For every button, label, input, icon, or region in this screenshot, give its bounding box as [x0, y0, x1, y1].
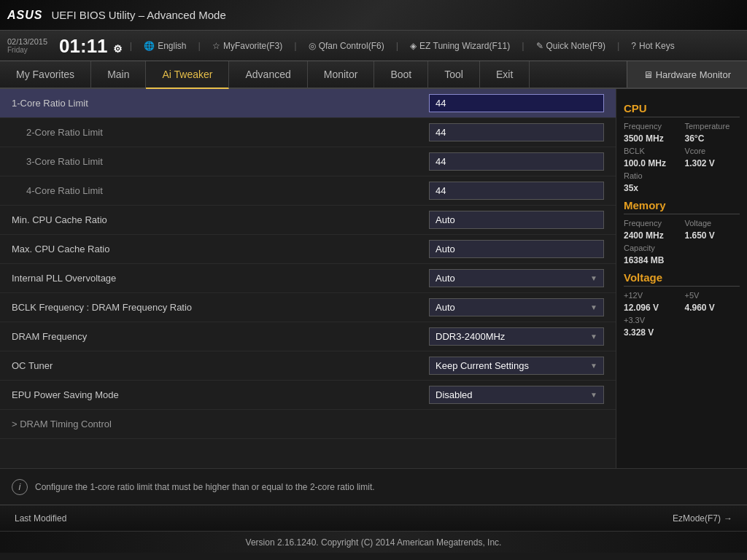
input-1-core-ratio[interactable]	[429, 94, 604, 112]
value-3-core-ratio[interactable]	[429, 152, 604, 171]
chevron-down-icon: ▼	[590, 391, 597, 399]
cpu-vcore-value: 1.302 V	[685, 158, 740, 168]
dropdown-btn-bclk-dram[interactable]: Auto ▼	[429, 298, 604, 316]
input-3-core-ratio[interactable]	[429, 152, 604, 171]
dropdown-value-bclk-dram: Auto	[436, 302, 455, 313]
dropdown-bclk-dram[interactable]: Auto ▼	[429, 298, 604, 316]
v12-label: +12V	[624, 291, 679, 300]
day: Friday	[7, 46, 47, 54]
qfan-icon: ◎	[309, 41, 316, 51]
setting-min-cpu-cache[interactable]: Min. CPU Cache Ratio	[0, 206, 616, 235]
mem-volt-value: 1.650 V	[685, 230, 740, 241]
setting-internal-pll[interactable]: Internal PLL Overvoltage Auto ▼	[0, 264, 616, 293]
dropdown-oc-tuner[interactable]: Keep Current Settings ▼	[429, 357, 604, 375]
dropdown-btn-internal-pll[interactable]: Auto ▼	[429, 269, 604, 287]
cpu-freq-value: 3500 MHz	[624, 133, 679, 144]
setting-3-core-ratio[interactable]: 3-Core Ratio Limit	[0, 147, 616, 176]
label-1-core-ratio: 1-Core Ratio Limit	[12, 98, 429, 109]
volt-section-title: Voltage	[624, 271, 740, 287]
toolbar: 02/13/2015 Friday 01:11 ⚙ | 🌐 English | …	[0, 31, 747, 61]
chevron-down-icon: ▼	[590, 362, 597, 370]
hardware-monitor-sidebar: CPU Frequency Temperature 3500 MHz 36°C …	[616, 89, 747, 468]
v5-label: +5V	[685, 291, 740, 300]
mem-metrics: Frequency Voltage 2400 MHz 1.650 V Capac…	[624, 219, 740, 265]
info-icon: i	[12, 479, 28, 495]
hotkey-icon: ?	[631, 41, 636, 51]
label-epu-power: EPU Power Saving Mode	[12, 389, 429, 400]
input-min-cpu-cache[interactable]	[429, 211, 604, 229]
bios-title: UEFI BIOS Utility – Advanced Mode	[51, 9, 225, 21]
myfavorite-btn[interactable]: ☆ MyFavorite(F3)	[208, 39, 287, 52]
star-icon: ☆	[212, 41, 220, 51]
myfav-label: MyFavorite(F3)	[223, 41, 282, 51]
cpu-vcore-label: Vcore	[685, 147, 740, 155]
cpu-ratio-value: 35x	[624, 183, 679, 193]
tab-my-favorites[interactable]: My Favorites	[0, 61, 91, 88]
last-modified-btn[interactable]: Last Modified	[15, 513, 66, 524]
tab-hardware-monitor[interactable]: 🖥 Hardware Monitor	[627, 61, 747, 88]
ez-mode-btn[interactable]: EzMode(F7) →	[673, 513, 732, 524]
setting-dram-timing[interactable]: > DRAM Timing Control	[0, 410, 616, 439]
value-max-cpu-cache[interactable]	[429, 240, 604, 258]
language-selector[interactable]: 🌐 English	[139, 39, 190, 52]
quick-note-btn[interactable]: ✎ Quick Note(F9)	[532, 39, 610, 52]
dropdown-btn-oc-tuner[interactable]: Keep Current Settings ▼	[429, 357, 604, 375]
cpu-bclk-value: 100.0 MHz	[624, 158, 679, 168]
volt-metrics: +12V +5V 12.096 V 4.960 V +3.3V 3.328 V	[624, 291, 740, 338]
info-text: Configure the 1-core ratio limit that mu…	[35, 482, 375, 492]
setting-max-cpu-cache[interactable]: Max. CPU Cache Ratio	[0, 235, 616, 264]
arrow-right-icon: →	[724, 513, 732, 524]
label-internal-pll: Internal PLL Overvoltage	[12, 273, 429, 284]
settings-panel: 1-Core Ratio Limit 2-Core Ratio Limit 3-…	[0, 89, 616, 468]
note-label: Quick Note(F9)	[546, 41, 605, 51]
setting-bclk-dram[interactable]: BCLK Frequency : DRAM Frequency Ratio Au…	[0, 293, 616, 322]
cpu-ratio-label: Ratio	[624, 171, 679, 180]
tab-tool[interactable]: Tool	[428, 61, 480, 88]
value-4-core-ratio[interactable]	[429, 182, 604, 200]
cpu-section-title: CPU	[624, 102, 740, 117]
setting-epu-power[interactable]: EPU Power Saving Mode Disabled ▼	[0, 381, 616, 410]
note-icon: ✎	[536, 41, 543, 51]
dropdown-internal-pll[interactable]: Auto ▼	[429, 269, 604, 287]
tab-ai-tweaker[interactable]: Ai Tweaker	[146, 61, 229, 89]
globe-icon: 🌐	[144, 41, 155, 51]
cpu-temp-label: Temperature	[685, 122, 740, 131]
tab-boot[interactable]: Boot	[374, 61, 428, 88]
settings-icon[interactable]: ⚙	[113, 43, 123, 55]
tab-monitor[interactable]: Monitor	[308, 61, 375, 88]
setting-oc-tuner[interactable]: OC Tuner Keep Current Settings ▼	[0, 351, 616, 381]
ez-label: EZ Tuning Wizard(F11)	[419, 41, 510, 51]
setting-1-core-ratio[interactable]: 1-Core Ratio Limit	[0, 89, 616, 118]
input-4-core-ratio[interactable]	[429, 182, 604, 200]
tab-advanced[interactable]: Advanced	[229, 61, 307, 88]
cpu-freq-label: Frequency	[624, 122, 679, 131]
ez-tuning-btn[interactable]: ◈ EZ Tuning Wizard(F11)	[406, 39, 514, 52]
v33-label: +3.3V	[624, 316, 679, 324]
time-display: 01:11 ⚙	[59, 36, 123, 55]
tab-exit[interactable]: Exit	[480, 61, 530, 88]
value-2-core-ratio[interactable]	[429, 123, 604, 141]
setting-2-core-ratio[interactable]: 2-Core Ratio Limit	[0, 118, 616, 147]
dropdown-value-dram-freq: DDR3-2400MHz	[436, 331, 505, 342]
qfan-btn[interactable]: ◎ Qfan Control(F6)	[304, 39, 389, 52]
dropdown-dram-freq[interactable]: DDR3-2400MHz ▼	[429, 327, 604, 346]
cpu-bclk-label: BCLK	[624, 147, 679, 155]
dropdown-value-epu-power: Disabled	[436, 389, 473, 400]
value-min-cpu-cache[interactable]	[429, 211, 604, 229]
monitor-icon: 🖥	[643, 69, 653, 80]
v5-value: 4.960 V	[685, 303, 740, 313]
hot-keys-btn[interactable]: ? Hot Keys	[627, 39, 678, 52]
hotkey-label: Hot Keys	[639, 41, 675, 51]
ez-icon: ◈	[410, 41, 417, 51]
header-bar: ASUS UEFI BIOS Utility – Advanced Mode	[0, 0, 747, 31]
dropdown-epu-power[interactable]: Disabled ▼	[429, 386, 604, 404]
tab-main[interactable]: Main	[91, 61, 146, 88]
version-text: Version 2.16.1240. Copyright (C) 2014 Am…	[246, 537, 502, 548]
input-max-cpu-cache[interactable]	[429, 240, 604, 258]
dropdown-btn-epu-power[interactable]: Disabled ▼	[429, 386, 604, 404]
setting-dram-freq[interactable]: DRAM Frequency DDR3-2400MHz ▼	[0, 322, 616, 351]
input-2-core-ratio[interactable]	[429, 123, 604, 141]
value-1-core-ratio[interactable]	[429, 94, 604, 112]
dropdown-btn-dram-freq[interactable]: DDR3-2400MHz ▼	[429, 327, 604, 346]
setting-4-core-ratio[interactable]: 4-Core Ratio Limit	[0, 176, 616, 206]
